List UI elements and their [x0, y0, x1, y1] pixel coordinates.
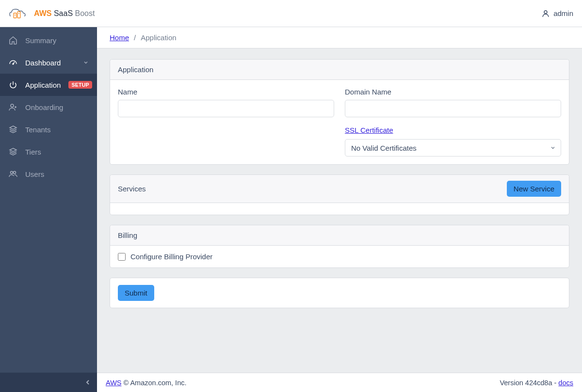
brand-boost: Boost [75, 9, 95, 17]
billing-checkbox-label: Configure Billing Provider [130, 252, 212, 261]
footer: AWS © Amazon.com, Inc. Version 424cd8a -… [97, 373, 582, 392]
svg-point-2 [15, 15, 16, 16]
name-label: Name [118, 88, 334, 96]
sidebar-item-summary[interactable]: Summary [0, 29, 97, 51]
breadcrumb-home-link[interactable]: Home [110, 33, 129, 42]
svg-point-3 [18, 13, 19, 14]
svg-point-8 [14, 172, 16, 174]
brand: AWS SaaS Boost [9, 6, 95, 21]
services-card-body [110, 203, 569, 215]
speedometer-icon [9, 58, 17, 67]
home-icon [9, 36, 17, 45]
breadcrumb: Home / Application [97, 27, 582, 48]
breadcrumb-separator: / [134, 33, 136, 42]
sidebar-item-label: Tenants [25, 125, 88, 134]
new-service-button[interactable]: New Service [507, 181, 561, 197]
sidebar-item-label: Users [25, 170, 88, 178]
card-title: Application [118, 65, 153, 74]
user-plus-icon [9, 103, 17, 111]
chevron-left-icon [85, 379, 90, 385]
domain-label: Domain Name [345, 88, 561, 96]
chevron-down-icon [83, 60, 88, 65]
application-card-header: Application [110, 60, 569, 80]
svg-rect-1 [17, 12, 20, 18]
main: Home / Application Application Name [97, 27, 582, 392]
topbar: AWS SaaS Boost admin [0, 0, 582, 27]
sidebar-item-application[interactable]: Application SETUP [0, 74, 97, 96]
sidebar-item-label: Summary [25, 36, 88, 45]
card-title: Services [118, 185, 146, 193]
footer-right: Version 424cd8a - docs [500, 379, 573, 387]
user-icon [542, 10, 550, 17]
power-icon [9, 80, 17, 89]
ssl-certificate-link[interactable]: SSL Certificate [345, 126, 561, 134]
configure-billing-checkbox[interactable] [118, 253, 126, 261]
application-card: Application Name Domain Name SSL Certi [110, 59, 569, 165]
sidebar-item-label: Onboarding [25, 103, 88, 111]
domain-input[interactable] [345, 100, 561, 117]
footer-docs-link[interactable]: docs [558, 379, 573, 387]
sidebar-item-dashboard[interactable]: Dashboard [0, 51, 97, 74]
logo-icon [9, 6, 30, 21]
footer-version: 424cd8a [525, 379, 552, 387]
svg-point-4 [544, 11, 547, 14]
billing-checkbox-row[interactable]: Configure Billing Provider [118, 252, 561, 261]
footer-aws-link[interactable]: AWS [106, 379, 122, 387]
ssl-certificate-select[interactable]: No Valid Certificates [345, 139, 561, 157]
sidebar-collapse-button[interactable] [0, 373, 97, 392]
setup-badge: SETUP [68, 81, 92, 89]
billing-card-header: Billing [110, 225, 569, 246]
sidebar-item-label: Application [25, 81, 61, 89]
svg-point-7 [11, 172, 13, 174]
sidebar-item-onboarding[interactable]: Onboarding [0, 96, 97, 118]
footer-dash: - [552, 379, 558, 387]
users-icon [9, 170, 17, 178]
sidebar-item-tiers[interactable]: Tiers [0, 141, 97, 163]
svg-point-5 [13, 63, 14, 64]
submit-button[interactable]: Submit [118, 285, 154, 301]
brand-aws: AWS [34, 9, 51, 17]
footer-copyright: © Amazon.com, Inc. [122, 379, 187, 387]
submit-card: Submit [110, 278, 569, 308]
billing-card: Billing Configure Billing Provider [110, 225, 569, 268]
footer-version-prefix: Version [500, 379, 525, 387]
sidebar-item-users[interactable]: Users [0, 163, 97, 185]
name-input[interactable] [118, 100, 334, 117]
svg-point-6 [11, 104, 14, 107]
services-card-header: Services New Service [110, 175, 569, 203]
layers-icon [9, 147, 17, 156]
user-menu[interactable]: admin [542, 9, 573, 17]
footer-left: AWS © Amazon.com, Inc. [106, 379, 186, 387]
sidebar-item-tenants[interactable]: Tenants [0, 118, 97, 141]
user-name: admin [553, 9, 573, 17]
card-title: Billing [118, 231, 137, 239]
services-card: Services New Service [110, 174, 569, 215]
breadcrumb-current: Application [141, 33, 176, 42]
brand-text: AWS SaaS Boost [34, 9, 95, 18]
sidebar: Summary Dashboard Application [0, 27, 97, 392]
brand-saas: SaaS [54, 9, 73, 17]
layers-icon [9, 125, 17, 134]
sidebar-item-label: Tiers [25, 148, 88, 156]
sidebar-item-label: Dashboard [25, 59, 76, 67]
